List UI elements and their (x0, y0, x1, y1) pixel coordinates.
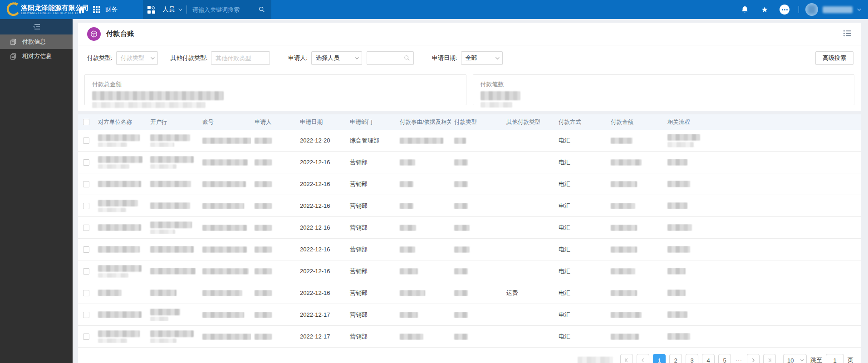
redacted-text (202, 312, 244, 318)
cell-account-number (199, 268, 251, 275)
date-select[interactable]: 全部 (461, 51, 503, 65)
redacted-text (150, 221, 192, 228)
cell-payment-method: 电汇 (555, 311, 607, 319)
other-type-input[interactable] (211, 51, 270, 65)
first-page-button[interactable] (620, 354, 633, 363)
other-type-label: 其他付款类型: (171, 54, 208, 62)
row-checkbox[interactable] (83, 159, 89, 166)
cell-payment-type (451, 246, 503, 253)
apps-grid-icon[interactable] (89, 0, 104, 19)
row-checkbox[interactable] (83, 225, 89, 231)
page-size-select[interactable]: 10 (783, 354, 807, 363)
next-page-button[interactable] (747, 354, 760, 363)
notification-bell-icon[interactable] (737, 0, 752, 19)
select-all-checkbox[interactable] (83, 119, 89, 125)
redacted-text (98, 208, 126, 212)
cell-payment-type (451, 137, 503, 144)
column-header: 申请部门 (346, 118, 396, 126)
applicant-select[interactable]: 选择人员 (311, 51, 362, 65)
cell-department: 综合管理部 (346, 137, 396, 145)
cell-account-number (199, 290, 251, 296)
prev-page-button[interactable] (637, 354, 649, 363)
cell-counterparty-name (94, 289, 147, 296)
table-panel: 对方单位名称开户行账号申请人申请日期申请部门付款事由/依据及相关...付款类型其… (78, 114, 861, 363)
favorite-star-icon[interactable]: ★ (757, 0, 772, 19)
cell-payment-type (451, 203, 503, 209)
cube-icon (87, 27, 101, 41)
chevron-down-icon (151, 55, 154, 59)
cell-payment-amount (607, 159, 664, 166)
row-checkbox[interactable] (83, 203, 89, 209)
chevron-down-icon[interactable] (178, 7, 182, 10)
row-checkbox[interactable] (83, 246, 89, 253)
page-number-button[interactable]: 2 (669, 354, 682, 363)
row-checkbox[interactable] (83, 334, 89, 340)
redacted-text (255, 181, 272, 187)
table-row[interactable]: 2022-12-16 营销部 电汇 (78, 152, 861, 173)
row-checkbox[interactable] (83, 290, 89, 296)
global-search-input[interactable] (192, 6, 255, 13)
row-checkbox[interactable] (83, 181, 89, 187)
cell-apply-date: 2022-12-16 (296, 246, 346, 253)
page-number-button[interactable]: 3 (686, 354, 698, 363)
row-checkbox[interactable] (83, 137, 89, 144)
redacted-text (98, 246, 140, 253)
redacted-text (611, 334, 639, 340)
table-row[interactable]: 2022-12-17 营销部 电汇 (78, 304, 861, 326)
redacted-text (667, 268, 686, 275)
jump-page-input[interactable] (826, 354, 844, 363)
last-page-button[interactable] (763, 354, 776, 363)
table-row[interactable]: 2022-12-17 营销部 电汇 (78, 326, 861, 348)
applicant-value: 选择人员 (316, 54, 339, 62)
column-header: 相关流程 (664, 118, 861, 126)
cell-payment-type (451, 159, 503, 166)
org-selector[interactable]: 人员 (162, 5, 175, 14)
page-number-button[interactable]: 5 (718, 354, 731, 363)
user-menu-chevron-icon[interactable] (857, 7, 861, 10)
redacted-text (667, 333, 690, 340)
table-row[interactable]: 2022-12-16 营销部 电汇 (78, 173, 861, 195)
list-view-icon[interactable] (843, 29, 852, 38)
pagination-ellipsis[interactable]: ··· (735, 357, 743, 363)
cell-account-number (199, 203, 251, 209)
table-row[interactable]: 2022-12-16 营销部 电汇 (78, 260, 861, 282)
more-options-icon[interactable] (777, 0, 792, 19)
cell-payment-amount (607, 334, 664, 340)
sidebar-item-counterparty-info[interactable]: 相对方信息 (0, 49, 73, 64)
table-row[interactable]: 2022-12-16 营销部 运费 电汇 (78, 282, 861, 304)
redacted-text (202, 225, 247, 231)
advanced-search-button[interactable]: 高级搜索 (815, 51, 853, 65)
search-icon[interactable] (259, 6, 265, 13)
redacted-text (255, 290, 272, 296)
cell-counterparty-name (94, 181, 147, 187)
table-row[interactable]: 2022-12-16 营销部 电汇 (78, 239, 861, 260)
cell-counterparty-name (94, 246, 147, 253)
table-row[interactable]: 2022-12-20 综合管理部 电汇 (78, 130, 861, 152)
row-checkbox[interactable] (83, 312, 89, 318)
user-avatar[interactable] (805, 3, 818, 16)
redacted-text (255, 312, 272, 318)
menu-fold-icon[interactable] (32, 23, 40, 31)
redacted-text (202, 290, 242, 296)
search-icon[interactable] (404, 55, 410, 61)
payment-type-label: 付款类型: (87, 54, 113, 62)
page-number-button[interactable]: 1 (653, 354, 666, 363)
column-header: 其他付款类型 (503, 118, 555, 126)
nav-app-finance[interactable]: 财务 (105, 5, 118, 14)
row-checkbox[interactable] (83, 268, 89, 275)
redacted-text (454, 312, 468, 318)
table-row[interactable]: 2022-12-16 营销部 电汇 (78, 195, 861, 217)
cell-payment-method: 电汇 (555, 180, 607, 188)
sidebar-item-payment-info[interactable]: 付款信息 (0, 34, 73, 49)
payment-type-select[interactable]: 付款类型 (116, 51, 158, 65)
cell-payment-reason (396, 334, 451, 340)
app-switcher-icon[interactable] (147, 6, 155, 14)
home-icon[interactable] (74, 0, 89, 19)
table-row[interactable]: 2022-12-16 营销部 电汇 (78, 217, 861, 239)
page-number-button[interactable]: 4 (702, 354, 715, 363)
cell-applicant (251, 334, 296, 340)
document-icon (10, 53, 17, 60)
cell-applicant (251, 137, 296, 144)
redacted-text (150, 268, 196, 275)
pagination: 12345 ··· 10 跳至 页 (78, 348, 861, 363)
